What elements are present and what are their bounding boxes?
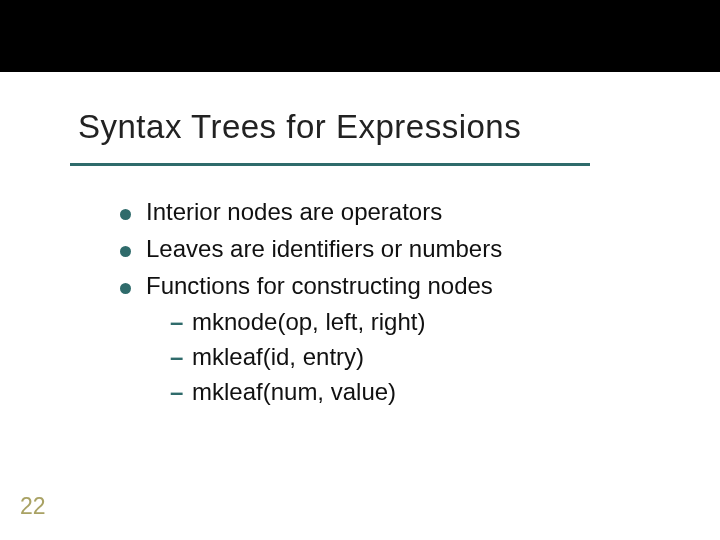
bullet-text: Functions for constructing nodes: [146, 269, 493, 304]
dash-icon: –: [170, 305, 184, 340]
sub-bullet-text: mkleaf(num, value): [192, 375, 396, 410]
bullet-dot-icon: [120, 246, 131, 257]
sub-bullet-item: – mkleaf(num, value): [170, 375, 690, 410]
top-banner: [0, 0, 720, 72]
sub-bullet-item: – mknode(op, left, right): [170, 305, 690, 340]
title-bar: Syntax Trees for Expressions: [30, 72, 720, 158]
bullet-text: Leaves are identifiers or numbers: [146, 232, 502, 267]
sub-bullet-text: mknode(op, left, right): [192, 305, 425, 340]
dash-icon: –: [170, 375, 184, 410]
bullet-item: Functions for constructing nodes: [120, 269, 690, 304]
slide: Syntax Trees for Expressions Interior no…: [0, 0, 720, 540]
slide-title: Syntax Trees for Expressions: [78, 108, 700, 146]
title-underline: [70, 163, 590, 166]
sub-bullet-item: – mkleaf(id, entry): [170, 340, 690, 375]
dash-icon: –: [170, 340, 184, 375]
bullet-text: Interior nodes are operators: [146, 195, 442, 230]
bullet-dot-icon: [120, 209, 131, 220]
sub-bullet-list: – mknode(op, left, right) – mkleaf(id, e…: [170, 305, 690, 409]
sub-bullet-text: mkleaf(id, entry): [192, 340, 364, 375]
page-number: 22: [20, 493, 46, 520]
content-area: Interior nodes are operators Leaves are …: [120, 195, 690, 410]
bullet-item: Interior nodes are operators: [120, 195, 690, 230]
bullet-dot-icon: [120, 283, 131, 294]
bullet-item: Leaves are identifiers or numbers: [120, 232, 690, 267]
